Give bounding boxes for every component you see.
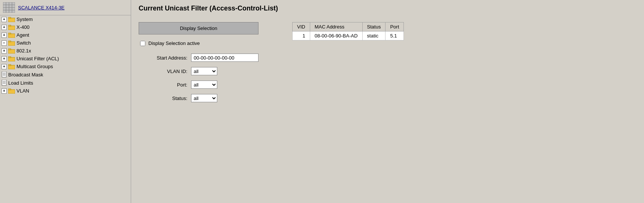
expand-vlan-icon[interactable]: + xyxy=(1,88,7,94)
display-selection-label: Display Selection active xyxy=(148,40,200,46)
svg-rect-14 xyxy=(8,41,11,42)
sidebar-item-8021x[interactable]: + 802.1x xyxy=(0,47,131,55)
sidebar-link-system[interactable]: System xyxy=(16,16,33,22)
sidebar-item-multicast[interactable]: + Multicast Groups xyxy=(0,63,131,70)
svg-rect-11 xyxy=(8,34,15,38)
display-selection-checkbox[interactable] xyxy=(140,41,145,46)
folder-unicast-icon xyxy=(8,56,15,61)
sidebar-header: SCALANCE X414-3E xyxy=(0,0,131,15)
expand-8021x-icon[interactable]: + xyxy=(1,48,7,54)
sidebar-item-loadlimits[interactable]: Load Limits xyxy=(0,79,131,87)
cell-port: 5.1 xyxy=(386,31,404,40)
col-vid: VID xyxy=(293,22,310,31)
status-select[interactable]: all xyxy=(191,94,217,102)
sidebar-item-switch[interactable]: − Switch xyxy=(0,39,131,47)
display-selection-row: Display Selection active xyxy=(139,40,281,46)
expand-unicast-icon[interactable]: + xyxy=(1,56,7,61)
unicast-table: VID MAC Address Status Port 1 08-00-06-9… xyxy=(292,22,404,40)
sidebar-link-broadcast[interactable]: Broadcast Mask xyxy=(8,72,43,78)
port-row: Port: all xyxy=(139,81,281,89)
svg-rect-17 xyxy=(8,57,15,61)
sidebar-link-vlan[interactable]: VLAN xyxy=(16,88,29,94)
start-address-row: Start Address: xyxy=(139,54,281,62)
filter-panel: Display Selection Display Selection acti… xyxy=(139,22,281,107)
status-label: Status: xyxy=(139,96,187,101)
svg-rect-16 xyxy=(8,49,11,50)
expand-agent-icon[interactable]: + xyxy=(1,33,7,38)
cell-vid: 1 xyxy=(293,31,310,40)
device-icon xyxy=(3,2,15,13)
sidebar-link-8021x[interactable]: 802.1x xyxy=(16,48,31,54)
sidebar-link-loadlimits[interactable]: Load Limits xyxy=(8,80,33,86)
sidebar: SCALANCE X414-3E + System + X-400 + Agen… xyxy=(0,0,131,203)
sidebar-link-multicast[interactable]: Multicast Groups xyxy=(16,64,53,69)
folder-x400-icon xyxy=(8,25,15,30)
cell-status: static xyxy=(362,31,386,40)
cell-mac: 08-00-06-90-BA-AD xyxy=(310,31,362,40)
svg-rect-20 xyxy=(8,64,11,66)
doc-loadlimits-icon xyxy=(1,80,7,86)
folder-switch-icon xyxy=(8,40,15,46)
sidebar-link-switch[interactable]: Switch xyxy=(16,40,31,46)
display-selection-button[interactable]: Display Selection xyxy=(139,22,258,34)
svg-rect-30 xyxy=(8,89,11,90)
svg-rect-13 xyxy=(8,42,15,46)
svg-rect-15 xyxy=(8,49,15,54)
svg-rect-29 xyxy=(8,90,15,94)
svg-rect-8 xyxy=(8,17,11,18)
expand-switch-icon[interactable]: − xyxy=(1,40,7,46)
sidebar-item-broadcast[interactable]: Broadcast Mask xyxy=(0,70,131,79)
col-mac: MAC Address xyxy=(310,22,362,31)
svg-rect-7 xyxy=(8,18,15,22)
content-area: Display Selection Display Selection acti… xyxy=(131,16,644,113)
sidebar-item-x400[interactable]: + X-400 xyxy=(0,23,131,31)
svg-rect-12 xyxy=(8,33,11,34)
expand-system-icon[interactable]: + xyxy=(1,17,7,22)
sidebar-link-unicast[interactable]: Unicast Filter (ACL) xyxy=(16,56,59,61)
table-header-row: VID MAC Address Status Port xyxy=(293,22,404,31)
sidebar-link-agent[interactable]: Agent xyxy=(16,32,29,38)
svg-rect-19 xyxy=(8,65,15,69)
sidebar-item-agent[interactable]: + Agent xyxy=(0,31,131,39)
expand-x400-icon[interactable]: + xyxy=(1,25,7,30)
start-address-label: Start Address: xyxy=(139,55,187,61)
vlan-id-label: VLAN ID: xyxy=(139,69,187,74)
sidebar-item-system[interactable]: + System xyxy=(0,15,131,23)
page-title: Current Unicast Filter (Access-Control-L… xyxy=(131,0,644,16)
sidebar-link-x400[interactable]: X-400 xyxy=(16,24,30,30)
folder-agent-icon xyxy=(8,33,15,38)
vlan-id-row: VLAN ID: all xyxy=(139,67,281,75)
status-row: Status: all xyxy=(139,94,281,102)
port-label: Port: xyxy=(139,82,187,88)
folder-multicast-icon xyxy=(8,64,15,69)
expand-multicast-icon[interactable]: + xyxy=(1,64,7,69)
table-row[interactable]: 1 08-00-06-90-BA-AD static 5.1 xyxy=(293,31,404,40)
vlan-id-select[interactable]: all xyxy=(191,67,217,75)
svg-rect-10 xyxy=(8,25,11,26)
svg-rect-18 xyxy=(8,57,11,58)
sidebar-item-vlan[interactable]: + VLAN xyxy=(0,87,131,95)
col-port: Port xyxy=(386,22,404,31)
start-address-input[interactable] xyxy=(191,54,258,62)
port-select[interactable]: all xyxy=(191,81,217,89)
svg-rect-9 xyxy=(8,26,15,30)
sidebar-item-unicast[interactable]: + Unicast Filter (ACL) xyxy=(0,55,131,63)
table-panel: VID MAC Address Status Port 1 08-00-06-9… xyxy=(292,22,423,40)
app-title[interactable]: SCALANCE X414-3E xyxy=(18,5,64,10)
folder-vlan-icon xyxy=(8,88,15,94)
doc-broadcast-icon xyxy=(1,72,7,78)
col-status: Status xyxy=(362,22,386,31)
folder-8021x-icon xyxy=(8,48,15,54)
main-content: Current Unicast Filter (Access-Control-L… xyxy=(131,0,644,203)
folder-system-icon xyxy=(8,17,15,22)
